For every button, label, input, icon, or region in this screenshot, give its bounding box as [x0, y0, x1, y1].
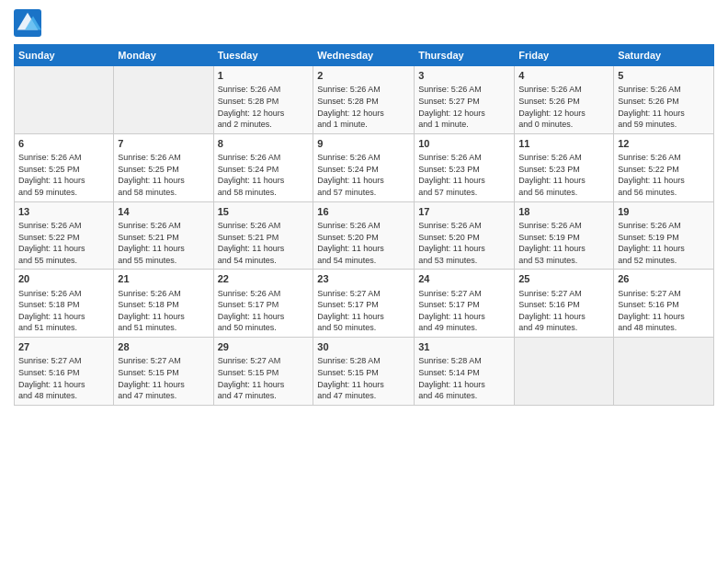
day-info: Sunrise: 5:28 AM Sunset: 5:15 PM Dayligh…	[317, 355, 410, 401]
day-info: Sunrise: 5:26 AM Sunset: 5:22 PM Dayligh…	[618, 152, 710, 198]
day-header-wednesday: Wednesday	[313, 45, 415, 66]
day-number: 28	[118, 340, 209, 354]
day-number: 7	[118, 137, 209, 151]
day-info: Sunrise: 5:26 AM Sunset: 5:22 PM Dayligh…	[18, 220, 109, 266]
day-cell: 25Sunrise: 5:27 AM Sunset: 5:16 PM Dayli…	[515, 270, 614, 338]
day-cell: 21Sunrise: 5:26 AM Sunset: 5:18 PM Dayli…	[114, 270, 213, 338]
day-cell	[114, 66, 213, 134]
logo	[14, 9, 45, 37]
day-number: 27	[18, 340, 109, 354]
day-cell: 17Sunrise: 5:26 AM Sunset: 5:20 PM Dayli…	[415, 201, 515, 270]
day-info: Sunrise: 5:26 AM Sunset: 5:26 PM Dayligh…	[618, 84, 710, 130]
day-info: Sunrise: 5:26 AM Sunset: 5:25 PM Dayligh…	[118, 152, 209, 198]
day-number: 12	[618, 137, 710, 151]
day-number: 2	[317, 69, 410, 83]
day-number: 15	[218, 205, 310, 219]
week-row-5: 27Sunrise: 5:27 AM Sunset: 5:16 PM Dayli…	[15, 338, 714, 406]
day-info: Sunrise: 5:26 AM Sunset: 5:18 PM Dayligh…	[18, 288, 109, 334]
day-cell: 6Sunrise: 5:26 AM Sunset: 5:25 PM Daylig…	[15, 133, 114, 201]
day-cell	[614, 338, 714, 406]
week-row-1: 1Sunrise: 5:26 AM Sunset: 5:28 PM Daylig…	[15, 66, 714, 134]
day-cell: 18Sunrise: 5:26 AM Sunset: 5:19 PM Dayli…	[515, 201, 614, 270]
week-row-3: 13Sunrise: 5:26 AM Sunset: 5:22 PM Dayli…	[15, 201, 714, 270]
header-row: SundayMondayTuesdayWednesdayThursdayFrid…	[15, 45, 714, 66]
day-info: Sunrise: 5:27 AM Sunset: 5:17 PM Dayligh…	[317, 288, 410, 334]
day-cell: 22Sunrise: 5:26 AM Sunset: 5:17 PM Dayli…	[213, 270, 313, 338]
day-cell: 20Sunrise: 5:26 AM Sunset: 5:18 PM Dayli…	[15, 270, 114, 338]
day-info: Sunrise: 5:28 AM Sunset: 5:14 PM Dayligh…	[418, 355, 510, 401]
day-cell: 15Sunrise: 5:26 AM Sunset: 5:21 PM Dayli…	[213, 201, 313, 270]
day-cell: 2Sunrise: 5:26 AM Sunset: 5:28 PM Daylig…	[313, 66, 415, 134]
day-info: Sunrise: 5:26 AM Sunset: 5:18 PM Dayligh…	[118, 288, 209, 334]
day-info: Sunrise: 5:26 AM Sunset: 5:20 PM Dayligh…	[418, 220, 510, 266]
day-cell: 7Sunrise: 5:26 AM Sunset: 5:25 PM Daylig…	[114, 133, 213, 201]
day-info: Sunrise: 5:26 AM Sunset: 5:24 PM Dayligh…	[218, 152, 310, 198]
day-cell: 3Sunrise: 5:26 AM Sunset: 5:27 PM Daylig…	[415, 66, 515, 134]
day-number: 29	[218, 340, 310, 354]
day-number: 31	[418, 340, 510, 354]
day-number: 1	[218, 69, 310, 83]
day-info: Sunrise: 5:26 AM Sunset: 5:28 PM Dayligh…	[218, 84, 310, 130]
day-number: 5	[618, 69, 710, 83]
day-info: Sunrise: 5:26 AM Sunset: 5:20 PM Dayligh…	[317, 220, 410, 266]
day-info: Sunrise: 5:27 AM Sunset: 5:15 PM Dayligh…	[118, 355, 209, 401]
day-number: 9	[317, 137, 410, 151]
week-row-4: 20Sunrise: 5:26 AM Sunset: 5:18 PM Dayli…	[15, 270, 714, 338]
day-number: 13	[18, 205, 109, 219]
day-number: 18	[518, 205, 609, 219]
day-info: Sunrise: 5:27 AM Sunset: 5:17 PM Dayligh…	[418, 288, 510, 334]
day-number: 10	[418, 137, 510, 151]
day-cell: 28Sunrise: 5:27 AM Sunset: 5:15 PM Dayli…	[114, 338, 213, 406]
day-number: 30	[317, 340, 410, 354]
day-info: Sunrise: 5:27 AM Sunset: 5:16 PM Dayligh…	[618, 288, 710, 334]
day-info: Sunrise: 5:27 AM Sunset: 5:15 PM Dayligh…	[218, 355, 310, 401]
logo-icon	[14, 9, 41, 37]
day-info: Sunrise: 5:27 AM Sunset: 5:16 PM Dayligh…	[18, 355, 109, 401]
day-cell: 12Sunrise: 5:26 AM Sunset: 5:22 PM Dayli…	[614, 133, 714, 201]
day-info: Sunrise: 5:26 AM Sunset: 5:24 PM Dayligh…	[317, 152, 410, 198]
day-header-tuesday: Tuesday	[213, 45, 313, 66]
day-info: Sunrise: 5:26 AM Sunset: 5:21 PM Dayligh…	[118, 220, 209, 266]
day-cell	[15, 66, 114, 134]
day-cell: 16Sunrise: 5:26 AM Sunset: 5:20 PM Dayli…	[313, 201, 415, 270]
day-info: Sunrise: 5:26 AM Sunset: 5:19 PM Dayligh…	[618, 220, 710, 266]
day-number: 19	[618, 205, 710, 219]
day-number: 24	[418, 272, 510, 286]
day-cell: 5Sunrise: 5:26 AM Sunset: 5:26 PM Daylig…	[614, 66, 714, 134]
day-number: 23	[317, 272, 410, 286]
day-header-monday: Monday	[114, 45, 213, 66]
day-cell: 31Sunrise: 5:28 AM Sunset: 5:14 PM Dayli…	[415, 338, 515, 406]
day-info: Sunrise: 5:26 AM Sunset: 5:25 PM Dayligh…	[18, 152, 109, 198]
day-header-saturday: Saturday	[614, 45, 714, 66]
day-number: 6	[18, 137, 109, 151]
day-info: Sunrise: 5:26 AM Sunset: 5:17 PM Dayligh…	[218, 288, 310, 334]
day-info: Sunrise: 5:26 AM Sunset: 5:26 PM Dayligh…	[518, 84, 609, 130]
day-cell: 29Sunrise: 5:27 AM Sunset: 5:15 PM Dayli…	[213, 338, 313, 406]
day-number: 21	[118, 272, 209, 286]
day-info: Sunrise: 5:26 AM Sunset: 5:23 PM Dayligh…	[518, 152, 609, 198]
week-row-2: 6Sunrise: 5:26 AM Sunset: 5:25 PM Daylig…	[15, 133, 714, 201]
page: SundayMondayTuesdayWednesdayThursdayFrid…	[0, 0, 728, 415]
day-cell: 26Sunrise: 5:27 AM Sunset: 5:16 PM Dayli…	[614, 270, 714, 338]
day-header-thursday: Thursday	[415, 45, 515, 66]
day-number: 4	[518, 69, 609, 83]
day-cell: 14Sunrise: 5:26 AM Sunset: 5:21 PM Dayli…	[114, 201, 213, 270]
day-info: Sunrise: 5:26 AM Sunset: 5:19 PM Dayligh…	[518, 220, 609, 266]
day-info: Sunrise: 5:26 AM Sunset: 5:28 PM Dayligh…	[317, 84, 410, 130]
day-info: Sunrise: 5:26 AM Sunset: 5:21 PM Dayligh…	[218, 220, 310, 266]
day-cell: 30Sunrise: 5:28 AM Sunset: 5:15 PM Dayli…	[313, 338, 415, 406]
day-number: 16	[317, 205, 410, 219]
day-cell: 23Sunrise: 5:27 AM Sunset: 5:17 PM Dayli…	[313, 270, 415, 338]
day-cell: 9Sunrise: 5:26 AM Sunset: 5:24 PM Daylig…	[313, 133, 415, 201]
day-number: 25	[518, 272, 609, 286]
day-header-friday: Friday	[515, 45, 614, 66]
day-info: Sunrise: 5:27 AM Sunset: 5:16 PM Dayligh…	[518, 288, 609, 334]
day-number: 20	[18, 272, 109, 286]
day-cell	[515, 338, 614, 406]
header	[14, 9, 714, 37]
day-info: Sunrise: 5:26 AM Sunset: 5:27 PM Dayligh…	[418, 84, 510, 130]
day-number: 8	[218, 137, 310, 151]
day-cell: 1Sunrise: 5:26 AM Sunset: 5:28 PM Daylig…	[213, 66, 313, 134]
day-number: 14	[118, 205, 209, 219]
day-cell: 10Sunrise: 5:26 AM Sunset: 5:23 PM Dayli…	[415, 133, 515, 201]
